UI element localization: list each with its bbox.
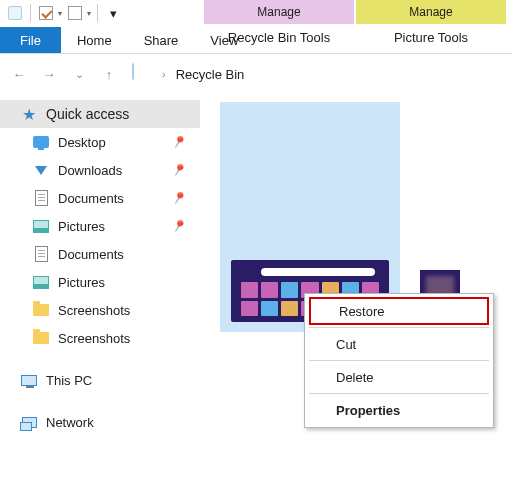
sidebar-item-desktop[interactable]: Desktop 📍 <box>0 128 200 156</box>
sidebar-item-label: Pictures <box>58 219 105 234</box>
ribbon-tabs: File Home Share View Manage Recycle Bin … <box>0 26 512 54</box>
breadcrumb-location[interactable]: Recycle Bin <box>176 67 245 82</box>
sidebar-item-pictures-2[interactable]: Pictures <box>0 268 200 296</box>
recycle-bin-small-icon[interactable] <box>6 4 24 22</box>
qat-separator <box>97 4 98 22</box>
contextual-head-manage: Manage <box>204 0 354 24</box>
sidebar-item-documents[interactable]: Documents 📍 <box>0 184 200 212</box>
chevron-down-icon[interactable]: ▾ <box>58 9 62 18</box>
tab-home[interactable]: Home <box>61 27 128 53</box>
context-menu-restore[interactable]: Restore <box>309 297 489 325</box>
sidebar-item-label: Documents <box>58 191 124 206</box>
download-icon <box>32 161 50 179</box>
monitor-icon <box>32 133 50 151</box>
this-pc-icon <box>20 371 38 389</box>
qat-customize-icon[interactable]: ▾ <box>104 4 122 22</box>
pictures-icon <box>32 217 50 235</box>
navigation-bar: ← → ⌄ ↑ › Recycle Bin <box>0 54 512 94</box>
context-menu-divider <box>309 360 489 361</box>
file-tab[interactable]: File <box>0 27 61 53</box>
contextual-head-manage: Manage <box>356 0 506 24</box>
pin-icon: 📍 <box>169 216 189 236</box>
pin-icon: 📍 <box>169 132 189 152</box>
sidebar-item-label: Screenshots <box>58 303 130 318</box>
document-icon <box>32 245 50 263</box>
sidebar-item-label: Network <box>46 415 94 430</box>
sidebar-item-label: Desktop <box>58 135 106 150</box>
context-menu: Restore Cut Delete Properties <box>304 293 494 428</box>
tab-recycle-bin-tools[interactable]: Recycle Bin Tools <box>204 24 354 50</box>
sidebar-item-label: Documents <box>58 247 124 262</box>
pin-icon: 📍 <box>169 160 189 180</box>
back-button[interactable]: ← <box>8 63 30 85</box>
tab-share[interactable]: Share <box>128 27 195 53</box>
star-icon: ★ <box>20 105 38 123</box>
contextual-group-recycle: Manage Recycle Bin Tools <box>204 0 354 50</box>
sidebar-item-label: Screenshots <box>58 331 130 346</box>
folder-icon <box>32 301 50 319</box>
address-bar[interactable]: › Recycle Bin <box>132 64 244 84</box>
sidebar-item-downloads[interactable]: Downloads 📍 <box>0 156 200 184</box>
sidebar-item-this-pc[interactable]: This PC <box>0 366 200 394</box>
context-menu-divider <box>309 393 489 394</box>
pin-icon: 📍 <box>169 188 189 208</box>
folder-icon <box>32 329 50 347</box>
context-menu-delete[interactable]: Delete <box>308 363 490 391</box>
recycle-bin-icon <box>132 64 152 84</box>
forward-button[interactable]: → <box>38 63 60 85</box>
context-menu-properties[interactable]: Properties <box>308 396 490 424</box>
properties-qat-icon[interactable] <box>37 4 55 22</box>
sidebar-item-label: This PC <box>46 373 92 388</box>
sidebar-item-network[interactable]: Network <box>0 408 200 436</box>
qat-extra-icon[interactable] <box>66 4 84 22</box>
breadcrumb-separator-icon: › <box>162 68 166 80</box>
chevron-down-icon[interactable]: ▾ <box>87 9 91 18</box>
sidebar-item-label: Downloads <box>58 163 122 178</box>
context-menu-divider <box>309 327 489 328</box>
pictures-icon <box>32 273 50 291</box>
history-dropdown-icon[interactable]: ⌄ <box>68 63 90 85</box>
sidebar-item-label: Pictures <box>58 275 105 290</box>
qat-separator <box>30 4 31 22</box>
tab-picture-tools[interactable]: Picture Tools <box>356 24 506 50</box>
contextual-group-picture: Manage Picture Tools <box>356 0 506 50</box>
sidebar-item-documents-2[interactable]: Documents <box>0 240 200 268</box>
context-menu-cut[interactable]: Cut <box>308 330 490 358</box>
document-icon <box>32 189 50 207</box>
contextual-tab-groups: Manage Recycle Bin Tools Manage Picture … <box>204 0 506 50</box>
sidebar-item-quick-access[interactable]: ★ Quick access <box>0 100 200 128</box>
network-icon <box>20 413 38 431</box>
navigation-pane: ★ Quick access Desktop 📍 Downloads 📍 Doc… <box>0 94 200 500</box>
sidebar-item-label: Quick access <box>46 106 129 122</box>
up-button[interactable]: ↑ <box>98 63 120 85</box>
sidebar-item-pictures[interactable]: Pictures 📍 <box>0 212 200 240</box>
sidebar-item-screenshots[interactable]: Screenshots <box>0 296 200 324</box>
sidebar-item-screenshots-2[interactable]: Screenshots <box>0 324 200 352</box>
